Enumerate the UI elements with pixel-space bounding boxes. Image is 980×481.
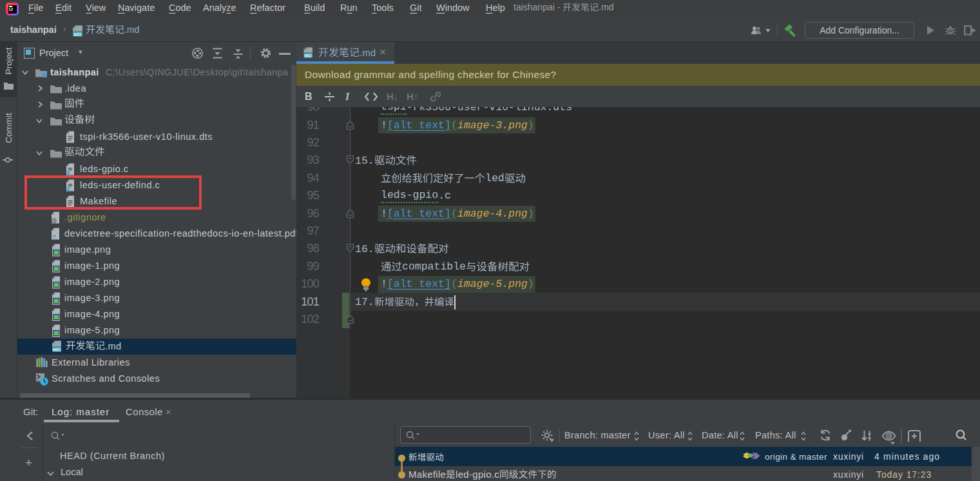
svg-text:MD: MD (53, 347, 61, 353)
svg-text:MD: MD (73, 32, 82, 37)
svg-text:MD: MD (304, 53, 312, 59)
svg-text:?: ? (52, 234, 56, 240)
